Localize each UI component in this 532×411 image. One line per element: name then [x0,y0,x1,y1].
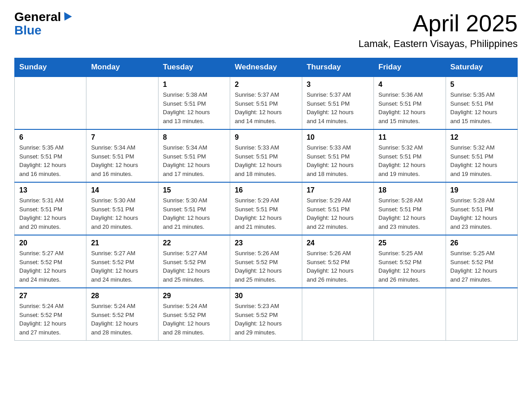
day-number: 6 [19,133,82,141]
column-header-tuesday: Tuesday [158,58,230,77]
day-number: 10 [307,133,369,141]
calendar-cell: 24Sunrise: 5:26 AMSunset: 5:52 PMDayligh… [302,235,373,288]
day-info: Sunrise: 5:28 AMSunset: 5:51 PMDaylight:… [378,196,441,231]
day-info: Sunrise: 5:34 AMSunset: 5:51 PMDaylight:… [163,143,225,178]
day-info: Sunrise: 5:36 AMSunset: 5:51 PMDaylight:… [378,90,441,125]
calendar-cell: 7Sunrise: 5:34 AMSunset: 5:51 PMDaylight… [86,129,158,182]
location-title: Lamak, Eastern Visayas, Philippines [359,38,518,50]
calendar-cell: 10Sunrise: 5:33 AMSunset: 5:51 PMDayligh… [302,129,373,182]
day-number: 11 [378,133,441,141]
day-info: Sunrise: 5:26 AMSunset: 5:52 PMDaylight:… [307,249,369,284]
calendar-cell: 28Sunrise: 5:24 AMSunset: 5:52 PMDayligh… [86,288,158,341]
calendar-cell: 11Sunrise: 5:32 AMSunset: 5:51 PMDayligh… [374,129,446,182]
day-info: Sunrise: 5:33 AMSunset: 5:51 PMDaylight:… [307,143,369,178]
calendar-cell: 3Sunrise: 5:37 AMSunset: 5:51 PMDaylight… [302,77,373,129]
column-header-sunday: Sunday [15,58,86,77]
calendar-cell: 30Sunrise: 5:23 AMSunset: 5:52 PMDayligh… [230,288,302,341]
calendar-cell: 8Sunrise: 5:34 AMSunset: 5:51 PMDaylight… [158,129,230,182]
day-number: 15 [163,186,225,194]
calendar-header-row: SundayMondayTuesdayWednesdayThursdayFrid… [15,58,518,77]
calendar-cell: 29Sunrise: 5:24 AMSunset: 5:52 PMDayligh… [158,288,230,341]
day-number: 7 [91,133,153,141]
day-number: 3 [307,81,369,89]
week-row-1: 1Sunrise: 5:38 AMSunset: 5:51 PMDaylight… [15,77,518,129]
calendar-cell: 18Sunrise: 5:28 AMSunset: 5:51 PMDayligh… [374,182,446,235]
day-number: 26 [450,239,513,247]
calendar-cell [446,288,517,341]
day-info: Sunrise: 5:29 AMSunset: 5:51 PMDaylight:… [235,196,297,231]
month-title: April 2025 [359,11,518,36]
calendar-cell [86,77,158,129]
day-number: 14 [91,186,153,194]
calendar-cell: 23Sunrise: 5:26 AMSunset: 5:52 PMDayligh… [230,235,302,288]
column-header-saturday: Saturday [446,58,517,77]
calendar-cell: 5Sunrise: 5:35 AMSunset: 5:51 PMDaylight… [446,77,517,129]
day-number: 2 [235,81,297,89]
calendar-cell: 25Sunrise: 5:25 AMSunset: 5:52 PMDayligh… [374,235,446,288]
calendar-cell: 26Sunrise: 5:25 AMSunset: 5:52 PMDayligh… [446,235,517,288]
calendar-cell: 4Sunrise: 5:36 AMSunset: 5:51 PMDaylight… [374,77,446,129]
logo-general: General [14,11,61,23]
week-row-2: 6Sunrise: 5:35 AMSunset: 5:51 PMDaylight… [15,129,518,182]
calendar-cell: 9Sunrise: 5:33 AMSunset: 5:51 PMDaylight… [230,129,302,182]
calendar-cell: 12Sunrise: 5:32 AMSunset: 5:51 PMDayligh… [446,129,517,182]
day-number: 1 [163,81,225,89]
day-info: Sunrise: 5:31 AMSunset: 5:51 PMDaylight:… [19,196,82,231]
day-number: 12 [450,133,513,141]
page-header: General Blue April 2025 Lamak, Eastern V… [14,11,518,50]
day-info: Sunrise: 5:37 AMSunset: 5:51 PMDaylight:… [235,90,297,125]
calendar-cell: 27Sunrise: 5:24 AMSunset: 5:52 PMDayligh… [15,288,86,341]
day-number: 22 [163,239,225,247]
day-number: 24 [307,239,369,247]
calendar-cell [15,77,86,129]
logo-triangle-icon [61,12,72,23]
day-info: Sunrise: 5:24 AMSunset: 5:52 PMDaylight:… [19,302,82,337]
day-number: 9 [235,133,297,141]
day-number: 20 [19,239,82,247]
day-info: Sunrise: 5:28 AMSunset: 5:51 PMDaylight:… [450,196,513,231]
calendar-cell: 14Sunrise: 5:30 AMSunset: 5:51 PMDayligh… [86,182,158,235]
day-info: Sunrise: 5:29 AMSunset: 5:51 PMDaylight:… [307,196,369,231]
calendar-cell: 15Sunrise: 5:30 AMSunset: 5:51 PMDayligh… [158,182,230,235]
day-info: Sunrise: 5:27 AMSunset: 5:52 PMDaylight:… [91,249,153,284]
day-number: 5 [450,81,513,89]
day-info: Sunrise: 5:32 AMSunset: 5:51 PMDaylight:… [378,143,441,178]
day-number: 30 [235,292,297,300]
calendar-cell: 19Sunrise: 5:28 AMSunset: 5:51 PMDayligh… [446,182,517,235]
day-info: Sunrise: 5:35 AMSunset: 5:51 PMDaylight:… [19,143,82,178]
week-row-5: 27Sunrise: 5:24 AMSunset: 5:52 PMDayligh… [15,288,518,341]
day-number: 16 [235,186,297,194]
day-number: 18 [378,186,441,194]
calendar-table: SundayMondayTuesdayWednesdayThursdayFrid… [14,58,518,341]
day-info: Sunrise: 5:24 AMSunset: 5:52 PMDaylight:… [91,302,153,337]
day-info: Sunrise: 5:32 AMSunset: 5:51 PMDaylight:… [450,143,513,178]
day-number: 23 [235,239,297,247]
day-info: Sunrise: 5:37 AMSunset: 5:51 PMDaylight:… [307,90,369,125]
week-row-4: 20Sunrise: 5:27 AMSunset: 5:52 PMDayligh… [15,235,518,288]
calendar-cell: 20Sunrise: 5:27 AMSunset: 5:52 PMDayligh… [15,235,86,288]
calendar-cell [302,288,373,341]
day-number: 17 [307,186,369,194]
column-header-monday: Monday [86,58,158,77]
calendar-cell: 16Sunrise: 5:29 AMSunset: 5:51 PMDayligh… [230,182,302,235]
day-number: 29 [163,292,225,300]
day-info: Sunrise: 5:23 AMSunset: 5:52 PMDaylight:… [235,302,297,337]
column-header-friday: Friday [374,58,446,77]
calendar-cell: 13Sunrise: 5:31 AMSunset: 5:51 PMDayligh… [15,182,86,235]
calendar-cell: 17Sunrise: 5:29 AMSunset: 5:51 PMDayligh… [302,182,373,235]
day-info: Sunrise: 5:33 AMSunset: 5:51 PMDaylight:… [235,143,297,178]
day-info: Sunrise: 5:27 AMSunset: 5:52 PMDaylight:… [19,249,82,284]
title-block: April 2025 Lamak, Eastern Visayas, Phili… [359,11,518,50]
day-number: 19 [450,186,513,194]
day-number: 4 [378,81,441,89]
day-number: 27 [19,292,82,300]
week-row-3: 13Sunrise: 5:31 AMSunset: 5:51 PMDayligh… [15,182,518,235]
column-header-wednesday: Wednesday [230,58,302,77]
day-info: Sunrise: 5:25 AMSunset: 5:52 PMDaylight:… [450,249,513,284]
calendar-cell: 6Sunrise: 5:35 AMSunset: 5:51 PMDaylight… [15,129,86,182]
logo-blue-label: Blue [14,23,42,38]
day-info: Sunrise: 5:30 AMSunset: 5:51 PMDaylight:… [91,196,153,231]
day-number: 28 [91,292,153,300]
day-info: Sunrise: 5:35 AMSunset: 5:51 PMDaylight:… [450,90,513,125]
column-header-thursday: Thursday [302,58,373,77]
